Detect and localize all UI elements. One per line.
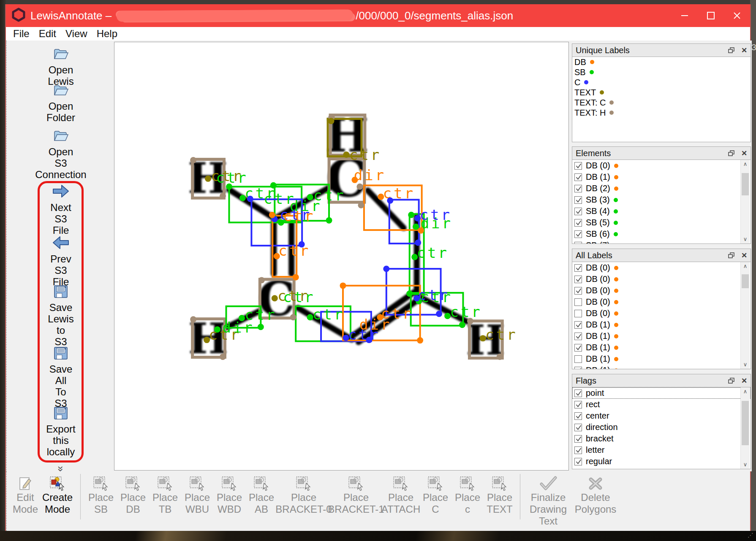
panel-header-unique-labels[interactable]: Unique Labels✕ [572,43,751,57]
list-item[interactable]: DB (0) [572,285,751,296]
checkbox-checked[interactable] [574,333,582,340]
checkbox-checked[interactable] [574,173,582,181]
toolbar-button-place-text[interactable]: PlaceTEXT [484,471,516,515]
list-item[interactable]: SB [572,67,751,77]
annotation-point[interactable] [307,194,313,200]
toolbar-button-save-all-to-s3[interactable]: SaveAllToS3 [7,346,115,409]
menu-item-help[interactable]: Help [92,28,122,40]
list-item[interactable]: TEXT [572,87,751,97]
list-item[interactable]: SB (5) [572,217,751,228]
scroll-up-icon[interactable]: ∧ [741,262,750,270]
panel-header-all-labels[interactable]: All Labels✕ [572,249,751,262]
annotation-point[interactable] [270,182,277,189]
annotation-point[interactable] [414,215,421,222]
list-item[interactable]: DB (1) [572,330,751,342]
list-item[interactable]: DB [572,57,751,67]
checkbox-checked[interactable] [574,196,582,204]
panel-header-flags[interactable]: Flags✕ [572,374,751,387]
checkbox-unchecked[interactable] [574,355,582,363]
float-panel-icon[interactable] [725,44,738,57]
float-panel-icon[interactable] [725,249,738,262]
toolbar-button-place-attach[interactable]: PlaceATTACH [382,471,419,515]
list-item[interactable]: letter [572,444,751,456]
annotation-point[interactable] [205,176,211,182]
annotation-point[interactable] [204,337,210,343]
checkbox-checked[interactable] [574,287,582,295]
list-item[interactable]: DB (0) [572,160,751,171]
float-panel-icon[interactable] [725,374,738,387]
list-item[interactable]: rect [572,399,751,410]
toolbar-button-finalize-drawing-text[interactable]: FinalizeDrawingText [525,471,572,527]
annotation-point[interactable] [415,240,421,246]
scroll-down-icon[interactable]: ∨ [741,360,750,369]
toolbar-button-next-s3-file[interactable]: NextS3File [7,184,115,236]
annotation-point[interactable] [467,318,473,324]
annotation-point[interactable] [190,157,196,163]
scroll-down-icon[interactable]: ∨ [741,235,750,243]
annotation-point[interactable] [413,224,419,230]
checkbox-checked[interactable] [574,185,582,192]
checkbox-checked[interactable] [574,412,582,420]
maximize-button[interactable] [698,4,724,27]
list-item[interactable]: DB (0) [572,296,751,308]
annotation-point[interactable] [343,335,349,341]
checkbox-checked[interactable] [574,264,582,272]
annotation-point[interactable] [418,227,424,234]
toolbar-button-open-lewis[interactable]: OpenLewis [7,47,115,87]
toolbar-button-export-this-locally[interactable]: Exportthislocally [7,406,115,457]
annotation-point[interactable] [247,196,253,202]
title-bar[interactable]: LewisAnnotate – /000/000_0/segments_alia… [6,4,750,27]
annotation-point[interactable] [258,277,265,283]
list-item[interactable]: DB (2) [572,183,751,194]
annotation-point[interactable] [239,195,246,201]
checkbox-checked[interactable] [574,162,582,170]
toolbar-button-place-wbu[interactable]: PlaceWBU [181,471,213,515]
annotation-point[interactable] [326,217,332,224]
list-item[interactable]: TEXT: C [572,97,751,108]
list-item[interactable] [572,467,751,469]
annotation-point[interactable] [413,295,420,301]
annotation-point[interactable] [269,212,275,218]
annotation-point[interactable] [444,313,451,319]
close-panel-icon[interactable]: ✕ [738,44,751,57]
list-item[interactable]: DB (0) [572,308,751,319]
checkbox-checked[interactable] [574,469,582,470]
annotation-point[interactable] [356,184,363,190]
annotation-point[interactable] [378,194,384,200]
annotation-point[interactable] [340,282,346,289]
toolbar-button-place-c-lower[interactable]: Placec [451,471,484,515]
float-panel-icon[interactable] [725,147,738,160]
annotation-point[interactable] [274,253,280,260]
annotation-point[interactable] [480,335,486,341]
annotation-point[interactable] [307,314,313,320]
list-item[interactable]: SB (7) [572,240,751,244]
annotation-point[interactable] [299,241,305,248]
scroll-up-icon[interactable]: ∧ [741,160,750,168]
checkbox-checked[interactable] [574,344,582,352]
scrollbar[interactable]: ∧∨ [740,262,750,369]
scroll-up-icon[interactable]: ∧ [741,387,750,396]
annotation-point[interactable] [272,295,278,301]
list-item[interactable]: DB (1) [572,353,751,365]
scrollbar-thumb[interactable] [742,401,749,445]
toolbar-button-delete-polygons[interactable]: DeletePolygons [572,471,619,515]
scrollbar[interactable]: ∧∨ [740,160,750,243]
annotation-point[interactable] [214,326,220,333]
list-item[interactable]: SB (6) [572,228,751,240]
checkbox-checked[interactable] [574,424,582,431]
annotation-point[interactable] [226,184,232,190]
annotation-canvas[interactable]: HCHCHHctrctrctrctrctrctrctrctrctrdirdirc… [114,42,569,471]
toolbar-button-place-db[interactable]: PlaceDB [117,471,149,515]
annotation-point[interactable] [408,212,414,218]
toolbar-button-edit-mode[interactable]: EditMode [12,471,39,515]
toolbar-button-prev-s3-file[interactable]: PrevS3File [7,235,115,287]
menu-item-edit[interactable]: Edit [34,28,61,40]
scrollbar-thumb[interactable] [742,173,749,195]
close-button[interactable] [724,4,750,27]
toolbar-button-place-sb[interactable]: PlaceSB [85,471,117,515]
list-item[interactable]: DB (1) [572,319,751,330]
toolbar-button-save-lewis-to-s3[interactable]: SaveLewistoS3 [7,285,115,347]
list-item[interactable]: center [572,410,751,422]
toolbar-button-create-mode[interactable]: CreateMode [39,471,76,515]
annotation-point[interactable] [358,202,364,208]
